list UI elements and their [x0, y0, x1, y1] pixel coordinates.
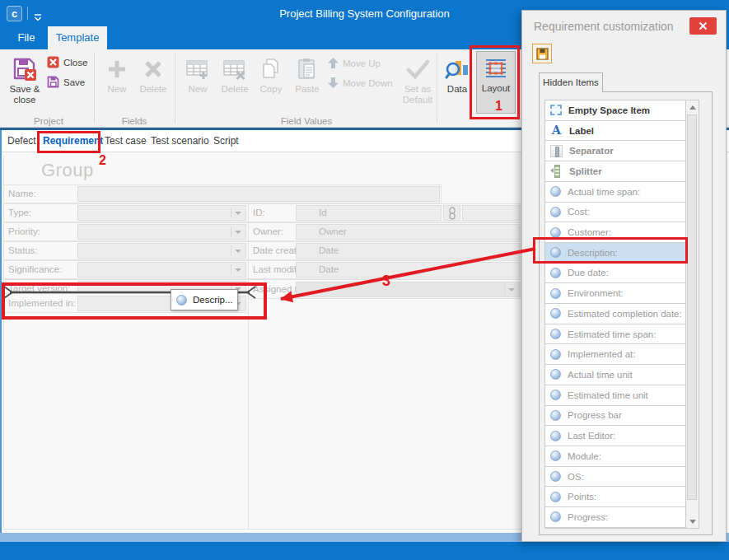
hidden-item-last-editor[interactable]: Last Editor:: [545, 426, 685, 446]
data-button[interactable]: Data: [441, 53, 474, 112]
fields-new-button[interactable]: New: [99, 53, 135, 112]
ribbon-separator: [175, 53, 175, 124]
tab-script[interactable]: Script: [213, 135, 239, 147]
hidden-item-due-date[interactable]: Due date:: [545, 264, 685, 284]
field-sphere-icon: [550, 492, 561, 502]
dragged-field-chip[interactable]: Descrip...: [171, 289, 238, 310]
field-sphere-icon: [550, 207, 561, 217]
hidden-item-label: Estimated completion date:: [568, 309, 682, 319]
values-delete-button[interactable]: Delete: [217, 53, 253, 112]
hidden-item-label: Splitter: [569, 166, 602, 176]
field-sphere-icon: [550, 186, 561, 197]
scrollbar-thumb[interactable]: [687, 114, 697, 500]
fields-delete-label: Delete: [139, 84, 166, 95]
data-label: Data: [447, 84, 467, 95]
save-and-close-icon: [12, 54, 37, 84]
save-button[interactable]: Save: [47, 73, 85, 91]
taskbar: [0, 542, 729, 560]
values-new-label: New: [188, 84, 207, 95]
hidden-item-empty-space-item[interactable]: Empty Space Item: [545, 100, 685, 121]
scroll-down-icon[interactable]: [686, 515, 699, 528]
ribbon-separator: [437, 53, 437, 124]
priority-combo[interactable]: [77, 224, 246, 240]
fields-delete-button[interactable]: Delete: [135, 53, 171, 112]
field-sphere-icon: [550, 329, 561, 339]
group-label-fields: Fields: [96, 116, 173, 126]
last-modified-input[interactable]: Date: [296, 262, 520, 278]
field-sphere-icon: [550, 410, 561, 421]
hidden-item-estimated-time-unit[interactable]: Estimated time unit: [545, 385, 685, 406]
status-combo[interactable]: [77, 243, 246, 259]
significance-combo[interactable]: [77, 262, 246, 278]
hidden-item-module[interactable]: Module:: [545, 446, 685, 467]
hidden-item-os[interactable]: OS:: [545, 467, 685, 488]
list-scrollbar[interactable]: [685, 100, 699, 528]
move-down-button[interactable]: Move Down: [328, 74, 393, 92]
name-input[interactable]: [77, 186, 440, 202]
hidden-item-implemented-at[interactable]: Implemented at:: [545, 344, 685, 365]
ribbon-tab-file[interactable]: File: [8, 26, 44, 49]
hidden-item-points[interactable]: Points:: [545, 487, 685, 507]
hidden-item-progress-bar[interactable]: Progress bar: [545, 406, 685, 427]
field-sphere-icon: [550, 369, 561, 380]
close-icon: [47, 56, 59, 70]
tab-test-scenario[interactable]: Test scenario: [151, 135, 209, 147]
hidden-item-estimated-time-span[interactable]: Estimated time span:: [545, 324, 685, 345]
hidden-item-separator[interactable]: Separator: [545, 141, 685, 161]
hidden-items-tab[interactable]: Hidden Items: [539, 72, 603, 92]
id-input[interactable]: Id: [296, 205, 442, 221]
layout-icon: [484, 54, 508, 83]
save-label: Save: [63, 77, 85, 87]
type-combo[interactable]: [77, 205, 246, 221]
field-row-type: Type:: [3, 203, 249, 222]
save-and-close-button[interactable]: Save & close: [5, 53, 44, 112]
panel-save-button[interactable]: [532, 44, 552, 63]
tab-requirement[interactable]: Requirement: [43, 135, 103, 147]
field-icon: [176, 295, 187, 306]
values-new-button[interactable]: New: [180, 53, 216, 112]
hidden-item-label: Separator: [569, 146, 614, 156]
set-as-default-button[interactable]: Set as Default: [397, 53, 438, 112]
copy-button[interactable]: Copy: [253, 53, 289, 112]
owner-input[interactable]: Owner: [296, 224, 520, 240]
hidden-item-label: Due date:: [568, 268, 609, 278]
floppy-icon: [536, 48, 549, 60]
form-column-divider: [248, 313, 249, 529]
close-button[interactable]: Close: [47, 54, 87, 72]
ribbon-tab-template[interactable]: Template: [48, 26, 107, 49]
hidden-item-actual-time-span[interactable]: Actual time span:: [545, 182, 685, 203]
move-up-button[interactable]: Move Up: [328, 54, 381, 72]
paste-button[interactable]: Paste: [289, 53, 325, 112]
move-down-label: Move Down: [343, 78, 393, 88]
id-extra-field[interactable]: [462, 205, 520, 221]
requirement-customization-panel: Requirement customization Hidden Items E…: [521, 10, 727, 542]
hidden-item-label[interactable]: ALabel: [545, 121, 685, 142]
hidden-item-progress[interactable]: Progress:: [545, 507, 685, 528]
hidden-item-actual-time-unit[interactable]: Actual time unit: [545, 365, 685, 385]
hidden-item-customer[interactable]: Customer:: [545, 222, 685, 243]
field-row-id: ID: Id: [248, 203, 521, 222]
paste-label: Paste: [295, 84, 319, 95]
hidden-item-estimated-completion-date[interactable]: Estimated completion date:: [545, 304, 685, 324]
tab-defect[interactable]: Defect: [7, 135, 36, 147]
hidden-item-description[interactable]: Description:: [545, 243, 685, 264]
ribbon-separator: [94, 53, 95, 124]
field-row-owner: Owner: Owner: [248, 222, 521, 241]
field-sphere-icon: [550, 471, 561, 482]
date-created-input[interactable]: Date: [296, 243, 520, 259]
tab-test-case[interactable]: Test case: [105, 135, 147, 147]
hidden-item-cost[interactable]: Cost:: [545, 203, 685, 223]
field-sphere-icon: [550, 390, 561, 400]
hidden-item-environment[interactable]: Environment:: [545, 283, 685, 304]
arrow-up-icon: [328, 58, 339, 70]
layout-button[interactable]: Layout: [476, 51, 516, 114]
assigned-to-combo[interactable]: [296, 282, 520, 297]
significance-label: Significance:: [8, 264, 62, 274]
hidden-item-splitter[interactable]: Splitter: [545, 161, 685, 182]
link-button[interactable]: [443, 205, 460, 221]
hidden-item-label: Actual time unit: [568, 370, 633, 380]
scroll-up-icon[interactable]: [686, 100, 699, 114]
panel-close-button[interactable]: [689, 17, 717, 35]
close-x-icon: [699, 21, 708, 30]
owner-label: Owner:: [253, 226, 283, 236]
